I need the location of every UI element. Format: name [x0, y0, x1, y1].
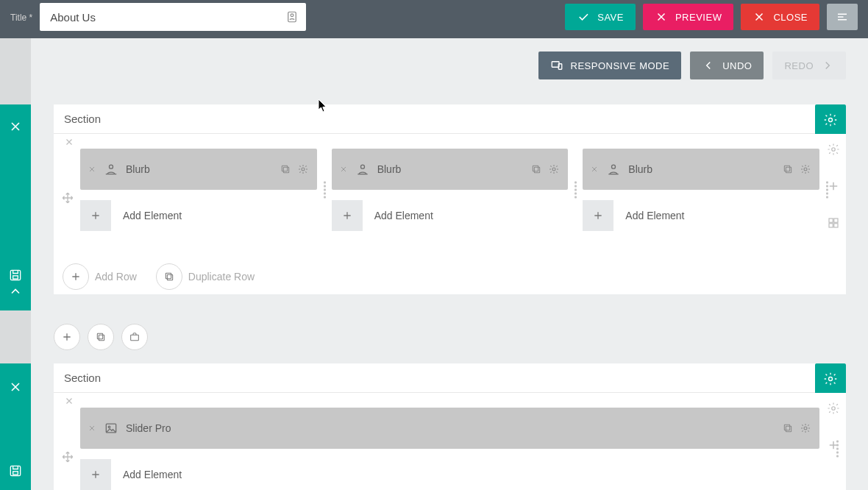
svg-point-7	[832, 148, 836, 152]
close-button[interactable]: CLOSE	[741, 4, 819, 30]
menu-button[interactable]	[827, 4, 858, 30]
briefcase-icon	[129, 331, 140, 343]
element-remove-button[interactable]	[88, 165, 96, 174]
svg-point-15	[302, 168, 305, 171]
add-element-button[interactable]: Add Element	[80, 200, 317, 231]
duplicate-row-button[interactable]	[156, 263, 182, 290]
plus-icon	[70, 271, 82, 283]
save-button[interactable]: SAVE	[565, 4, 636, 30]
column-resize-handle[interactable]	[324, 182, 326, 199]
undo-button[interactable]: UNDO	[690, 52, 764, 79]
svg-rect-3	[558, 64, 562, 70]
add-element-button[interactable]: Add Element	[583, 200, 819, 231]
element-settings-button[interactable]	[547, 163, 561, 176]
responsive-mode-button[interactable]: RESPONSIVE MODE	[538, 52, 682, 79]
column-resize-handle[interactable]	[574, 182, 577, 199]
section-header[interactable]: Section	[54, 104, 846, 134]
row-settings-button[interactable]	[825, 400, 842, 416]
element-duplicate-button[interactable]	[781, 163, 794, 176]
contacts-icon[interactable]	[285, 10, 299, 24]
section-save-button[interactable]	[0, 455, 31, 487]
column-resize-handle[interactable]	[836, 441, 839, 458]
element-blurb[interactable]: Blurb	[332, 149, 569, 190]
row-settings-button[interactable]	[825, 141, 842, 157]
element-duplicate-button[interactable]	[279, 163, 292, 176]
title-label: Title *	[10, 11, 32, 23]
column-resize-handle[interactable]	[826, 182, 828, 199]
close-label: CLOSE	[773, 12, 808, 23]
plus-icon	[80, 459, 111, 490]
duplicate-section-button[interactable]	[88, 324, 114, 350]
element-label: Blurb	[126, 163, 271, 175]
move-icon	[61, 191, 74, 205]
add-row-button[interactable]	[63, 263, 89, 290]
preview-label: PREVIEW	[675, 12, 722, 23]
close-icon	[590, 165, 599, 174]
gear-icon	[823, 372, 838, 386]
svg-rect-21	[786, 167, 791, 172]
row-close-button[interactable]	[64, 137, 74, 147]
section-title: Section	[64, 113, 101, 125]
add-element-button[interactable]: Add Element	[332, 200, 569, 231]
section-collapse-button[interactable]	[0, 275, 31, 308]
svg-rect-22	[784, 166, 789, 171]
section-close-button[interactable]	[0, 110, 31, 143]
plus-icon	[61, 331, 73, 343]
gear-icon	[548, 163, 560, 175]
element-settings-button[interactable]	[296, 163, 310, 176]
add-element-label: Add Element	[111, 210, 182, 221]
add-section-button[interactable]	[54, 324, 80, 350]
svg-point-12	[110, 165, 113, 168]
element-slider-pro[interactable]: Slider Pro	[80, 408, 819, 449]
element-settings-button[interactable]	[799, 163, 812, 176]
element-blurb[interactable]: Blurb	[583, 149, 819, 190]
svg-rect-24	[167, 274, 172, 280]
svg-point-37	[804, 427, 807, 430]
close-icon	[64, 396, 74, 406]
svg-rect-9	[834, 219, 838, 222]
section-rail	[0, 363, 31, 490]
svg-rect-18	[533, 166, 538, 171]
element-remove-button[interactable]	[590, 165, 599, 174]
svg-point-1	[291, 14, 294, 17]
row-close-button[interactable]	[64, 396, 74, 406]
row-move-handle[interactable]	[61, 450, 74, 464]
gear-icon	[827, 402, 840, 415]
copy-icon	[782, 163, 794, 175]
element-label: Slider Pro	[126, 422, 774, 434]
svg-point-16	[360, 165, 364, 168]
gear-icon	[800, 422, 811, 434]
svg-rect-35	[786, 426, 791, 431]
svg-rect-28	[131, 335, 139, 340]
element-blurb[interactable]: Blurb	[80, 149, 317, 190]
add-element-button[interactable]: Add Element	[80, 459, 819, 490]
element-remove-button[interactable]	[88, 424, 96, 433]
preview-button[interactable]: PREVIEW	[643, 4, 733, 30]
close-icon	[8, 119, 23, 134]
gear-icon	[827, 143, 840, 156]
section-settings-button[interactable]	[815, 104, 846, 135]
copy-icon	[95, 331, 107, 343]
gear-icon	[800, 163, 811, 175]
add-column-button[interactable]	[825, 437, 842, 453]
row-layout-button[interactable]	[825, 215, 842, 231]
blurb-icon	[606, 162, 621, 177]
element-duplicate-button[interactable]	[781, 422, 794, 435]
copy-icon	[782, 422, 794, 434]
responsive-label: RESPONSIVE MODE	[571, 60, 670, 71]
title-input[interactable]	[40, 3, 306, 31]
section-close-button[interactable]	[0, 371, 31, 403]
section-header[interactable]: Section	[54, 363, 846, 393]
svg-rect-10	[829, 224, 833, 227]
svg-rect-36	[784, 425, 789, 430]
section-library-button[interactable]	[121, 324, 148, 350]
svg-rect-2	[552, 62, 559, 68]
element-settings-button[interactable]	[799, 422, 812, 435]
row-move-handle[interactable]	[61, 191, 74, 205]
redo-button: REDO	[772, 52, 846, 79]
element-duplicate-button[interactable]	[530, 163, 543, 176]
duplicate-row-label: Duplicate Row	[188, 271, 257, 283]
svg-point-19	[552, 168, 555, 171]
section-settings-button[interactable]	[815, 363, 846, 394]
element-remove-button[interactable]	[339, 165, 348, 174]
